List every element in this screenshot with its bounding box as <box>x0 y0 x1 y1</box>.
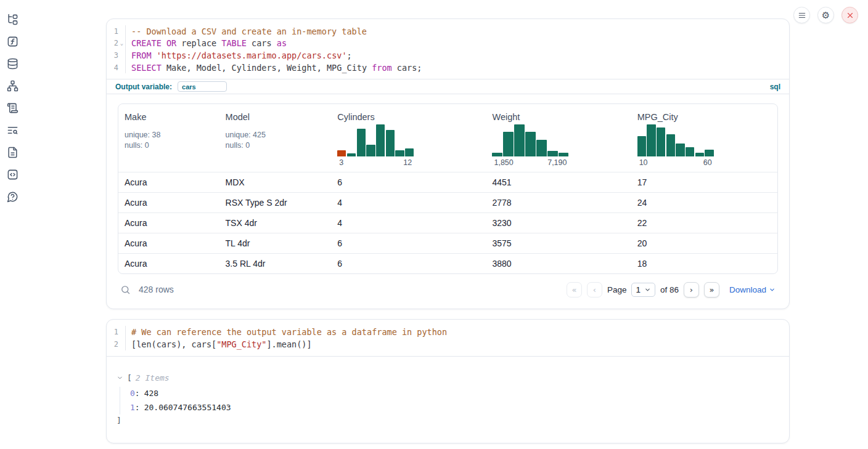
download-button[interactable]: Download <box>729 285 776 294</box>
code-token: as <box>277 38 287 48</box>
code-line: 3FROM 'https://datasets.marimo.app/cars.… <box>107 49 789 62</box>
page-number-select[interactable]: 1 <box>631 283 655 297</box>
histogram-axis-labels: 312 <box>337 158 414 167</box>
python-cell: 1# We can reference the output variable … <box>106 319 790 443</box>
fold-chevron-icon[interactable]: ⌄ <box>118 41 125 46</box>
histogram-bar <box>657 127 665 157</box>
column-name: MPG_City <box>637 112 771 122</box>
code-token: cars <box>247 38 277 48</box>
column-header-cylinders[interactable]: Cylinders312 <box>331 112 486 167</box>
documentation-button[interactable] <box>7 147 18 158</box>
table-cell: RSX Type S 2dr <box>219 198 332 208</box>
tree-entries: 0:428 1:20.060747663551403 <box>120 387 779 415</box>
histogram-bar <box>647 124 655 156</box>
search-icon[interactable] <box>120 285 131 295</box>
help-button[interactable] <box>7 191 18 203</box>
histogram-bar <box>395 150 404 156</box>
file-explorer-button[interactable] <box>7 14 18 25</box>
code-token: "MPG_City" <box>216 339 266 349</box>
settings-button[interactable]: ⚙ <box>817 7 834 23</box>
histogram-bar <box>366 145 375 157</box>
network-icon <box>7 80 18 92</box>
code-token: -- Download a CSV and create an in-memor… <box>131 26 367 36</box>
column-name: Cylinders <box>337 112 480 122</box>
file-tree-icon <box>7 14 18 25</box>
first-page-button[interactable]: « <box>567 282 582 297</box>
items-count-label: 2 Items <box>136 373 170 382</box>
database-icon <box>7 58 18 70</box>
table-cell: TSX 4dr <box>219 218 332 228</box>
histogram-bar <box>637 136 646 157</box>
line-gutter: 2 <box>107 338 126 350</box>
scratchpad-button[interactable] <box>7 102 18 114</box>
column-header-weight[interactable]: Weight1,8507,190 <box>486 112 631 167</box>
code-token: Make, Model, Cylinders, Weight, MPG_City <box>162 63 372 73</box>
histogram-bar <box>695 153 704 156</box>
column-header-model[interactable]: Modelunique: 425nulls: 0 <box>219 112 332 167</box>
table-cell: 24 <box>631 198 777 208</box>
code-text: SELECT Make, Model, Cylinders, Weight, M… <box>126 63 422 73</box>
snippets-button[interactable] <box>7 169 18 180</box>
output-variable-input[interactable] <box>178 81 227 92</box>
table-cell: MDX <box>219 177 332 187</box>
table-cell: Acura <box>118 177 219 187</box>
histogram-bars <box>637 124 714 156</box>
column-histogram: 1,8507,190 <box>492 124 568 167</box>
datasources-button[interactable] <box>7 58 18 70</box>
shutdown-button[interactable] <box>841 7 858 23</box>
code-token: SELECT <box>131 63 162 73</box>
column-header-make[interactable]: Makeunique: 38nulls: 0 <box>118 112 219 167</box>
histogram-bar <box>676 144 684 157</box>
code-token: cars; <box>392 63 422 73</box>
column-stat: unique: 38 <box>125 130 213 140</box>
download-label: Download <box>729 285 766 294</box>
previous-page-button[interactable]: ‹ <box>587 282 602 297</box>
total-pages-label: of 86 <box>660 285 679 294</box>
menu-button[interactable] <box>793 7 810 23</box>
column-stat: nulls: 0 <box>226 140 326 151</box>
histogram-max-label: 7,190 <box>547 158 567 167</box>
column-stats: unique: 38nulls: 0 <box>125 130 213 150</box>
histogram-max-label: 12 <box>403 158 412 167</box>
code-token: # We can reference the output variable a… <box>131 327 447 337</box>
tree-entry-value: 20.060747663551403 <box>144 403 231 412</box>
table-row: AcuraRSX Type S 2dr4277824 <box>118 192 777 212</box>
python-editor[interactable]: 1# We can reference the output variable … <box>107 320 789 355</box>
histogram-bar <box>405 148 414 157</box>
table-cell: 6 <box>331 177 486 187</box>
page-label: Page <box>607 285 627 294</box>
table-cell: 17 <box>631 177 777 187</box>
close-icon <box>846 11 854 20</box>
histogram-bar <box>686 147 694 157</box>
file-text-icon <box>7 147 18 158</box>
code-text: [len(cars), cars["MPG_City"].mean()] <box>126 339 312 349</box>
tree-entry-value: 428 <box>144 389 158 398</box>
table-cell: Acura <box>118 259 219 269</box>
next-page-button[interactable]: › <box>684 282 699 297</box>
code-line: 4SELECT Make, Model, Cylinders, Weight, … <box>107 62 789 74</box>
function-square-icon <box>7 36 18 47</box>
dependency-graph-button[interactable] <box>7 80 18 92</box>
last-page-button[interactable]: » <box>704 282 719 297</box>
table-cell: Acura <box>118 238 219 248</box>
histogram-bars <box>492 124 568 156</box>
code-token: 'https://datasets.marimo.app/cars.csv' <box>157 51 347 60</box>
sql-editor[interactable]: 1-- Download a CSV and create an in-memo… <box>107 19 789 79</box>
column-header-mpg_city[interactable]: MPG_City1060 <box>631 112 777 167</box>
line-gutter: 1 <box>107 25 126 38</box>
line-number: 1 <box>114 27 118 36</box>
histogram-bar <box>376 124 385 156</box>
collapse-chevron-icon[interactable] <box>117 374 123 381</box>
histogram-bar <box>666 134 675 156</box>
table-cell: 2778 <box>486 198 631 208</box>
logs-button[interactable] <box>7 124 18 136</box>
language-badge: sql <box>770 83 780 91</box>
table-cell: 6 <box>331 238 486 248</box>
table-footer: 428 rows « ‹ Page 1 of 86 › » Download <box>118 280 778 299</box>
pagination: « ‹ Page 1 of 86 › » Download <box>567 282 776 297</box>
column-name: Make <box>125 112 213 122</box>
functions-button[interactable] <box>7 36 18 47</box>
table-cell: 3.5 RL 4dr <box>219 259 332 269</box>
line-number: 4 <box>114 63 118 72</box>
table-cell: 20 <box>631 238 777 248</box>
